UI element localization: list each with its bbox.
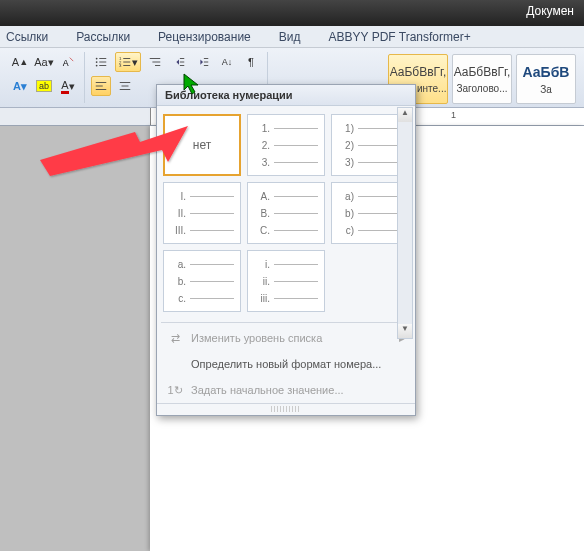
ruler-tick: 1 [451,110,456,120]
decrease-indent-button[interactable] [169,52,189,72]
sort-button[interactable]: A↓ [217,52,237,72]
multilevel-button[interactable] [145,52,165,72]
menu-set-value: 1↻ Задать начальное значение... [157,377,415,403]
scroll-up-icon[interactable]: ▲ [398,108,412,122]
tab-mailings[interactable]: Рассылки [76,30,130,44]
menu-change-level: ⇄ Изменить уровень списка ▸ [157,325,415,351]
title-bar: Докумен [0,0,584,26]
change-level-icon: ⇄ [167,330,183,346]
tab-links[interactable]: Ссылки [6,30,48,44]
tab-review[interactable]: Рецензирование [158,30,251,44]
menu-label: Изменить уровень списка [191,332,322,344]
define-format-icon [167,356,183,372]
scroll-down-icon[interactable]: ▼ [398,324,412,338]
page-margin-area [0,126,150,551]
numbering-option-none[interactable]: нет [163,114,241,176]
style-label: За [540,84,552,95]
numbering-option-roman-upper[interactable]: I. II. III. [163,182,241,244]
dropdown-resize-grip[interactable] [157,403,415,415]
svg-marker-21 [200,59,203,64]
font-group: A▲ Aa▾ A A▾ ab A▾ [4,52,85,103]
svg-text:3: 3 [119,63,122,68]
svg-point-4 [96,61,98,63]
numbering-option-decimal[interactable]: 1. 2. 3. [247,114,325,176]
style-heading2[interactable]: АаБбВ За [516,54,576,104]
style-preview: АаБбВвГг, [454,65,511,79]
numbering-option-roman-lower[interactable]: i. ii. iii. [247,250,325,312]
numbering-grid: нет 1. 2. 3. 1) 2) 3) I. II. III. A. B. … [157,106,415,320]
highlight-button[interactable]: ab [34,76,54,96]
document-title: Докумен [526,4,574,18]
numbering-option-alpha-lower-dot[interactable]: a. b. c. [163,250,241,312]
svg-line-1 [70,58,74,62]
clear-format-button[interactable]: A [58,52,78,72]
svg-text:A: A [63,58,69,68]
dropdown-scrollbar[interactable]: ▲ ▼ [397,107,413,339]
align-left-button[interactable] [91,76,111,96]
numbering-option-alpha-upper[interactable]: A. B. C. [247,182,325,244]
font-color-button[interactable]: A▾ [58,76,78,96]
text-effects-button[interactable]: A▾ [10,76,30,96]
bullets-button[interactable] [91,52,111,72]
align-center-button[interactable] [115,76,135,96]
set-value-icon: 1↻ [167,382,183,398]
none-label: нет [193,138,211,152]
numbering-button[interactable]: 123▾ [115,52,141,72]
menu-label: Определить новый формат номера... [191,358,381,370]
menu-label: Задать начальное значение... [191,384,344,396]
svg-marker-17 [176,59,179,64]
dropdown-title: Библиотека нумерации [157,85,415,106]
ribbon-tabs: Ссылки Рассылки Рецензирование Вид ABBYY… [0,26,584,48]
style-label: Заголово... [457,83,508,94]
menu-define-format[interactable]: Определить новый формат номера... [157,351,415,377]
svg-point-6 [96,65,98,67]
increase-font-button[interactable]: A▲ [10,52,30,72]
increase-indent-button[interactable] [193,52,213,72]
svg-point-2 [96,58,98,60]
style-preview: АаБбВвГг, [390,65,447,79]
tab-view[interactable]: Вид [279,30,301,44]
numbering-dropdown: Библиотека нумерации нет 1. 2. 3. 1) 2) … [156,84,416,416]
tab-abbyy[interactable]: ABBYY PDF Transformer+ [329,30,471,44]
change-case-button[interactable]: Aa▾ [34,52,54,72]
style-heading[interactable]: АаБбВвГг, Заголово... [452,54,512,104]
style-preview: АаБбВ [523,64,570,80]
show-marks-button[interactable]: ¶ [241,52,261,72]
